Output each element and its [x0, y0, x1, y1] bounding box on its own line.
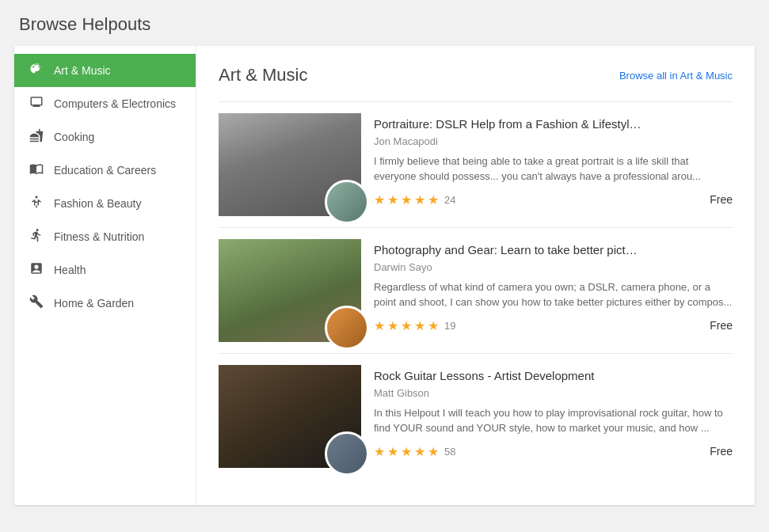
- listing-thumbnail: [219, 365, 361, 468]
- listing-item: Portraiture: DSLR Help from a Fashion & …: [219, 101, 733, 227]
- sidebar-item-fashion-label: Fashion & Beauty: [54, 197, 142, 210]
- star-4: ★: [414, 192, 425, 207]
- review-count: 19: [444, 320, 455, 332]
- sidebar-item-education[interactable]: Education & Careers: [14, 154, 196, 187]
- review-count: 58: [444, 446, 455, 458]
- listing-thumbnail: [219, 113, 361, 216]
- star-5: ★: [428, 318, 439, 333]
- fitness-icon: [29, 228, 44, 245]
- listing-title[interactable]: Portraiture: DSLR Help from a Fashion & …: [374, 116, 733, 132]
- person-style-icon: [29, 195, 44, 212]
- star-rating: ★ ★ ★ ★ ★ 24: [374, 192, 455, 207]
- content-title: Art & Music: [219, 65, 307, 86]
- sidebar-item-art-music-label: Art & Music: [54, 64, 111, 77]
- avatar: [325, 306, 369, 350]
- avatar: [325, 180, 369, 224]
- sidebar: Art & Music Computers & Electronics Cook…: [14, 46, 196, 505]
- sidebar-item-cooking[interactable]: Cooking: [14, 120, 196, 154]
- price: Free: [710, 445, 733, 458]
- sidebar-item-fitness[interactable]: Fitness & Nutrition: [14, 220, 196, 253]
- star-1: ★: [374, 444, 385, 459]
- star-4: ★: [414, 318, 425, 333]
- star-5: ★: [428, 444, 439, 459]
- health-icon: [29, 261, 44, 279]
- listing-thumbnail: [219, 239, 361, 342]
- price: Free: [710, 319, 733, 332]
- restaurant-icon: [29, 128, 44, 146]
- listing-info: Portraiture: DSLR Help from a Fashion & …: [374, 113, 733, 207]
- star-5: ★: [428, 192, 439, 207]
- palette-icon: [29, 62, 44, 79]
- sidebar-item-computers[interactable]: Computers & Electronics: [14, 87, 196, 120]
- star-1: ★: [374, 318, 385, 333]
- sidebar-item-education-label: Education & Careers: [54, 164, 156, 177]
- sidebar-item-fashion[interactable]: Fashion & Beauty: [14, 187, 196, 220]
- price: Free: [710, 193, 733, 206]
- book-icon: [29, 162, 44, 179]
- listing-title[interactable]: Rock Guitar Lessons - Artist Development: [374, 368, 733, 384]
- listing-author: Darwin Sayo: [374, 261, 733, 273]
- sidebar-item-computers-label: Computers & Electronics: [54, 97, 176, 110]
- listing-title[interactable]: Photography and Gear: Learn to take bett…: [374, 242, 733, 258]
- listing-info: Photography and Gear: Learn to take bett…: [374, 239, 733, 333]
- star-3: ★: [401, 444, 412, 459]
- star-rating: ★ ★ ★ ★ ★ 19: [374, 318, 455, 333]
- sidebar-item-fitness-label: Fitness & Nutrition: [54, 230, 144, 243]
- tools-icon: [29, 294, 44, 312]
- star-2: ★: [387, 318, 398, 333]
- content-area: Art & Music Browse all in Art & Music Po…: [196, 46, 755, 505]
- star-3: ★: [401, 192, 412, 207]
- listing-author: Matt Gibson: [374, 387, 733, 399]
- sidebar-item-health-label: Health: [54, 264, 86, 276]
- sidebar-item-cooking-label: Cooking: [54, 131, 94, 143]
- sidebar-item-home-garden-label: Home & Garden: [54, 297, 134, 310]
- review-count: 24: [444, 194, 455, 206]
- listing-item: Rock Guitar Lessons - Artist Development…: [219, 353, 733, 479]
- star-rating: ★ ★ ★ ★ ★ 58: [374, 444, 455, 459]
- browse-all-link[interactable]: Browse all in Art & Music: [619, 70, 733, 82]
- sidebar-item-home-garden[interactable]: Home & Garden: [14, 287, 196, 320]
- listing-info: Rock Guitar Lessons - Artist Development…: [374, 365, 733, 459]
- sidebar-item-health[interactable]: Health: [14, 253, 196, 287]
- star-4: ★: [414, 444, 425, 459]
- content-header: Art & Music Browse all in Art & Music: [219, 65, 733, 86]
- star-1: ★: [374, 192, 385, 207]
- listing-author: Jon Macapodi: [374, 135, 733, 147]
- listing-description: In this Helpout I will teach you how to …: [374, 405, 733, 436]
- listing-footer: ★ ★ ★ ★ ★ 24 Free: [374, 192, 733, 207]
- star-3: ★: [401, 318, 412, 333]
- listing-footer: ★ ★ ★ ★ ★ 58 Free: [374, 444, 733, 459]
- listing-description: Regardless of what kind of camera you ow…: [374, 279, 733, 310]
- page-title: Browse Helpouts: [0, 0, 769, 46]
- listing-item: Photography and Gear: Learn to take bett…: [219, 227, 733, 353]
- computer-icon: [29, 95, 44, 112]
- star-2: ★: [387, 444, 398, 459]
- sidebar-item-art-music[interactable]: Art & Music: [14, 54, 196, 87]
- star-2: ★: [387, 192, 398, 207]
- listing-footer: ★ ★ ★ ★ ★ 19 Free: [374, 318, 733, 333]
- avatar: [325, 431, 369, 476]
- listing-description: I firmly believe that being able to take…: [374, 154, 733, 184]
